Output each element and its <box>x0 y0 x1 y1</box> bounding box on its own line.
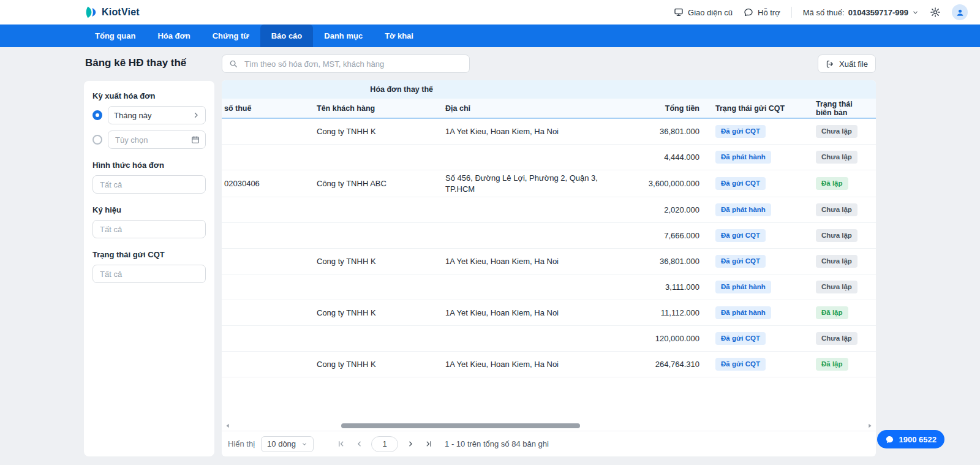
record-status-badge: Đã lập <box>816 177 848 191</box>
table-row[interactable]: 2,020.000 Đã phát hành Chưa lập <box>222 197 876 223</box>
hotline-fab-button[interactable]: 1900 6522 <box>877 430 944 448</box>
brand-name: KiotViet <box>102 7 140 18</box>
export-file-button[interactable]: Xuất file <box>818 55 876 73</box>
cqt-status-badge: Đã gửi CQT <box>715 255 766 268</box>
cell-cqt-status: Đã phát hành <box>706 306 809 320</box>
support-button[interactable]: Hỗ trợ <box>744 7 780 17</box>
period-this-month-select[interactable]: Tháng này <box>108 106 206 124</box>
nav-tab-chung-tu[interactable]: Chứng từ <box>202 25 260 47</box>
scroll-left-icon[interactable] <box>225 423 231 429</box>
nav-tab-bao-cao[interactable]: Báo cáo <box>260 25 314 47</box>
record-status-badge: Chưa lập <box>816 281 858 294</box>
pagination-summary: 1 - 10 trên tổng số 84 bản ghi <box>445 439 549 448</box>
table-row[interactable]: Cong ty TNHH K 1A Yet Kieu, Hoan Kiem, H… <box>222 300 876 326</box>
search-input[interactable] <box>243 59 462 69</box>
cell-total: 4,444.000 <box>623 152 706 163</box>
cell-customer: Cong ty TNHH K <box>311 126 439 137</box>
cqt-status-badge: Đã gửi CQT <box>715 177 766 191</box>
hotline-number: 1900 6522 <box>899 435 937 444</box>
calendar-icon <box>191 135 200 144</box>
cell-total: 3,111.000 <box>623 282 706 293</box>
col-header-cqt-status[interactable]: Trạng thái gửi CQT <box>706 104 809 113</box>
table-row[interactable]: 02030406 Công ty TNHH ABC Số 456, Đường … <box>222 170 876 197</box>
table-row[interactable]: Cong ty TNHH K 1A Yet Kieu, Hoan Kiem, H… <box>222 249 876 274</box>
invoice-form-filter-label: Hình thức hóa đơn <box>92 161 206 170</box>
cell-record-status: Chưa lập <box>809 229 876 243</box>
cell-total: 36,801.000 <box>623 126 706 137</box>
support-label: Hỗ trợ <box>758 8 780 17</box>
cell-total: 2,020.000 <box>623 205 706 216</box>
prev-page-button[interactable] <box>353 437 365 451</box>
first-page-button[interactable] <box>334 437 347 451</box>
divider <box>791 7 792 18</box>
col-header-tax-code[interactable]: số thuế <box>222 104 311 113</box>
cell-record-status: Đã lập <box>809 177 876 191</box>
current-page-input[interactable] <box>371 436 398 452</box>
nav-tab-tong-quan[interactable]: Tổng quan <box>84 25 146 47</box>
table-row[interactable]: Cong ty TNHH K 1A Yet Kieu, Hoan Kiem, H… <box>222 352 876 377</box>
col-header-total[interactable]: Tổng tiền <box>623 104 706 113</box>
table-row[interactable]: Cong ty TNHH K 1A Yet Kieu, Hoan Kiem, H… <box>222 119 876 145</box>
table-row[interactable]: 120,000.000 Đã gửi CQT Chưa lập <box>222 326 876 352</box>
chat-bubble-icon <box>885 435 894 444</box>
cell-record-status: Chưa lập <box>809 281 876 294</box>
table-body: Cong ty TNHH K 1A Yet Kieu, Hoan Kiem, H… <box>222 119 876 421</box>
cqt-status-input[interactable] <box>99 269 200 279</box>
cell-record-status: Chưa lập <box>809 125 876 138</box>
nav-tab-danh-muc[interactable]: Danh mục <box>313 25 374 47</box>
cqt-status-badge: Đã gửi CQT <box>715 332 766 346</box>
invoice-form-input[interactable] <box>99 180 200 190</box>
table-row[interactable]: 3,111.000 Đã phát hành Chưa lập <box>222 274 876 300</box>
period-custom-radio[interactable] <box>92 135 102 145</box>
cell-record-status: Đã lập <box>809 306 876 320</box>
period-this-month-radio[interactable] <box>92 110 102 120</box>
main-nav: Tổng quan Hóa đơn Chứng từ Báo cáo Danh … <box>0 25 980 47</box>
table-row[interactable]: 4,444.000 Đã phát hành Chưa lập <box>222 145 876 170</box>
symbol-input[interactable] <box>99 224 200 235</box>
tax-code-selector[interactable]: Mã số thuế: 0104359717-999 <box>803 8 919 17</box>
scrollbar-track[interactable] <box>234 423 864 428</box>
cell-cqt-status: Đã gửi CQT <box>706 358 809 371</box>
cqt-status-badge: Đã gửi CQT <box>715 125 766 138</box>
record-status-badge: Chưa lập <box>816 332 858 346</box>
cell-record-status: Chưa lập <box>809 203 876 217</box>
tax-label: Mã số thuế: <box>803 8 845 17</box>
old-ui-button[interactable]: Giao diện cũ <box>674 7 733 17</box>
settings-gear-button[interactable] <box>930 7 941 18</box>
cell-record-status: Chưa lập <box>809 151 876 164</box>
symbol-field[interactable] <box>92 220 206 238</box>
table-row[interactable]: 7,666.000 Đã gửi CQT Chưa lập <box>222 223 876 249</box>
record-status-badge: Chưa lập <box>816 255 858 268</box>
brand[interactable]: KiotViet <box>84 6 140 19</box>
user-avatar[interactable] <box>952 4 968 20</box>
horizontal-scrollbar <box>222 421 876 431</box>
col-header-address[interactable]: Địa chỉ <box>439 104 623 113</box>
period-custom-input[interactable] <box>114 135 191 145</box>
search-box[interactable] <box>222 55 470 73</box>
table-group-header: Hóa đơn thay thế <box>222 80 876 99</box>
person-icon <box>956 8 965 17</box>
record-status-badge: Đã lập <box>816 306 848 320</box>
col-header-customer[interactable]: Tên khách hàng <box>311 104 439 113</box>
last-page-button[interactable] <box>423 437 435 451</box>
nav-tab-to-khai[interactable]: Tờ khai <box>374 25 424 47</box>
col-header-record-status[interactable]: Trạng thái biên bản <box>809 100 876 117</box>
cell-cqt-status: Đã gửi CQT <box>706 177 809 191</box>
invoice-form-field[interactable] <box>92 175 206 194</box>
page-size-select[interactable]: 10 dòng <box>261 436 314 452</box>
old-ui-label: Giao diện cũ <box>688 8 733 17</box>
scroll-right-icon[interactable] <box>867 423 873 429</box>
nav-tab-hoa-don[interactable]: Hóa đơn <box>146 25 201 47</box>
next-page-button[interactable] <box>404 437 417 451</box>
record-status-badge: Chưa lập <box>816 203 858 217</box>
page-size-label: Hiển thị <box>228 439 255 448</box>
cqt-status-field[interactable] <box>92 265 206 283</box>
period-custom-field[interactable] <box>108 130 206 149</box>
monitor-icon <box>674 7 684 17</box>
cell-cqt-status: Đã phát hành <box>706 281 809 294</box>
filter-sidebar: Kỳ xuất hóa đơn Tháng này <box>84 81 214 456</box>
cell-record-status: Chưa lập <box>809 255 876 268</box>
cell-total: 120,000.000 <box>623 333 706 344</box>
search-icon <box>229 59 238 68</box>
scrollbar-thumb[interactable] <box>341 423 581 428</box>
